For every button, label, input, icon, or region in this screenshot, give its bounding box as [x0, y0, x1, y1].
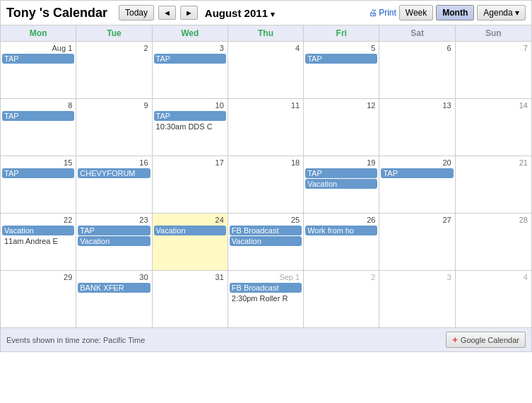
day-number: 3 [154, 43, 226, 53]
day-number: 5 [305, 43, 377, 53]
month-view-button[interactable]: Month [436, 5, 474, 21]
calendar-event[interactable]: FB Broadcast [230, 283, 302, 293]
day-number: 2 [305, 272, 377, 282]
calendar-event[interactable]: TAP [381, 168, 453, 178]
calendar-event[interactable]: CHEVYFORUM [78, 168, 150, 178]
day-cell[interactable]: 26Work from ho [304, 214, 379, 270]
day-number: 21 [457, 158, 530, 168]
calendar-event[interactable]: Vacation [305, 179, 377, 189]
day-number: 24 [154, 215, 226, 225]
day-number: 4 [457, 272, 530, 282]
today-button[interactable]: Today [119, 5, 154, 21]
day-cell[interactable]: 10TAP10:30am DDS C [153, 99, 228, 156]
calendar-event[interactable]: 10:30am DDS C [154, 122, 226, 132]
calendar-event[interactable]: FB Broadcast [230, 226, 302, 235]
day-cell[interactable]: 6 [379, 42, 455, 98]
day-cell[interactable]: 8TAP [1, 99, 76, 156]
day-cell[interactable]: 25FB BroadcastVacation [228, 214, 304, 270]
week-view-button[interactable]: Week [399, 5, 433, 21]
calendar-event[interactable]: TAP [2, 168, 74, 178]
day-cell[interactable]: Sep 1FB Broadcast2:30pm Roller R [228, 271, 304, 327]
day-cell[interactable]: 24Vacation [153, 214, 228, 270]
calendar-event[interactable]: 11am Andrea E [2, 236, 74, 246]
day-cell[interactable]: 19TAPVacation [304, 156, 379, 213]
day-cell[interactable]: 27 [379, 214, 455, 270]
print-button[interactable]: 🖨 Print [369, 8, 396, 18]
day-cell[interactable]: 9 [76, 99, 152, 156]
week-row-1: 8TAP910TAP10:30am DDS C11121314 [1, 98, 531, 156]
calendar-event[interactable]: BANK XFER [78, 283, 150, 293]
day-number: 31 [154, 272, 226, 282]
next-button[interactable]: ► [180, 6, 198, 20]
day-header-fri: Fri [304, 25, 379, 41]
day-number: 8 [2, 100, 74, 110]
calendar-event[interactable]: TAP [2, 54, 74, 64]
day-cell[interactable]: 18 [228, 156, 304, 213]
week-row-3: 22Vacation11am Andrea E23TAPVacation24Va… [1, 213, 531, 270]
day-cell[interactable]: 20TAP [379, 156, 455, 213]
calendar-footer: Events shown in time zone: Pacific Time … [1, 327, 531, 351]
day-number: 2 [78, 43, 150, 53]
day-number: 14 [457, 100, 530, 110]
week-row-4: 2930BANK XFER31Sep 1FB Broadcast2:30pm R… [1, 270, 531, 327]
agenda-dropdown-arrow: ▾ [515, 8, 519, 18]
google-calendar-button[interactable]: + Google Calendar [446, 332, 526, 348]
day-number: 4 [230, 43, 302, 53]
day-number: 10 [154, 100, 226, 110]
day-cell[interactable]: 5TAP [304, 42, 379, 98]
day-number: 13 [381, 100, 453, 110]
day-cell[interactable]: Aug 1TAP [1, 42, 76, 98]
day-number: 12 [305, 100, 377, 110]
calendar-event[interactable]: TAP [305, 168, 377, 178]
day-cell[interactable]: 16CHEVYFORUM [76, 156, 152, 213]
day-cell[interactable]: 11 [228, 99, 304, 156]
day-header-sat: Sat [379, 25, 455, 41]
calendar-grid: MonTueWedThuFriSatSun Aug 1TAP23TAP45TAP… [1, 25, 531, 327]
calendar-event[interactable]: Vacation [154, 226, 226, 235]
day-cell[interactable]: 4 [456, 271, 531, 327]
day-cell[interactable]: 29 [1, 271, 76, 327]
day-cell[interactable]: 2 [304, 271, 379, 327]
day-number: Aug 1 [2, 43, 74, 53]
day-header-tue: Tue [76, 25, 152, 41]
day-cell[interactable]: 12 [304, 99, 379, 156]
week-row-0: Aug 1TAP23TAP45TAP67 [1, 41, 531, 98]
calendar-event[interactable]: TAP [78, 226, 150, 235]
day-cell[interactable]: 3TAP [153, 42, 228, 98]
day-number: 7 [457, 43, 530, 53]
day-cell[interactable]: 22Vacation11am Andrea E [1, 214, 76, 270]
calendar-title: Tony 's Calendar [6, 6, 107, 21]
agenda-view-button[interactable]: Agenda ▾ [477, 5, 526, 21]
calendar-event[interactable]: TAP [154, 54, 226, 64]
calendar-event[interactable]: Vacation [230, 236, 302, 246]
day-cell[interactable]: 28 [456, 214, 531, 270]
day-header-thu: Thu [228, 25, 304, 41]
calendar-event[interactable]: Vacation [78, 236, 150, 246]
day-number: 6 [381, 43, 453, 53]
day-cell[interactable]: 14 [456, 99, 531, 156]
day-cell[interactable]: 4 [228, 42, 304, 98]
day-cell[interactable]: 17 [153, 156, 228, 213]
day-cell[interactable]: 15TAP [1, 156, 76, 213]
day-number: 20 [381, 158, 453, 168]
timezone-text: Events shown in time zone: Pacific Time [6, 336, 145, 344]
day-cell[interactable]: 21 [456, 156, 531, 213]
day-cell[interactable]: 30BANK XFER [76, 271, 152, 327]
day-number: 19 [305, 158, 377, 168]
calendar-event[interactable]: TAP [154, 111, 226, 121]
calendar-event[interactable]: Work from ho [305, 226, 377, 235]
day-cell[interactable]: 31 [153, 271, 228, 327]
month-dropdown-arrow[interactable]: ▾ [271, 10, 275, 18]
day-header-mon: Mon [1, 25, 76, 41]
day-cell[interactable]: 7 [456, 42, 531, 98]
day-cell[interactable]: 2 [76, 42, 152, 98]
day-cell[interactable]: 13 [379, 99, 455, 156]
prev-button[interactable]: ◄ [158, 6, 176, 20]
calendar-event[interactable]: TAP [305, 54, 377, 64]
calendar-event[interactable]: Vacation [2, 226, 74, 235]
calendar-event[interactable]: TAP [2, 111, 74, 121]
day-cell[interactable]: 3 [379, 271, 455, 327]
day-cell[interactable]: 23TAPVacation [76, 214, 152, 270]
day-number: 29 [2, 272, 74, 282]
calendar-event[interactable]: 2:30pm Roller R [230, 293, 302, 303]
